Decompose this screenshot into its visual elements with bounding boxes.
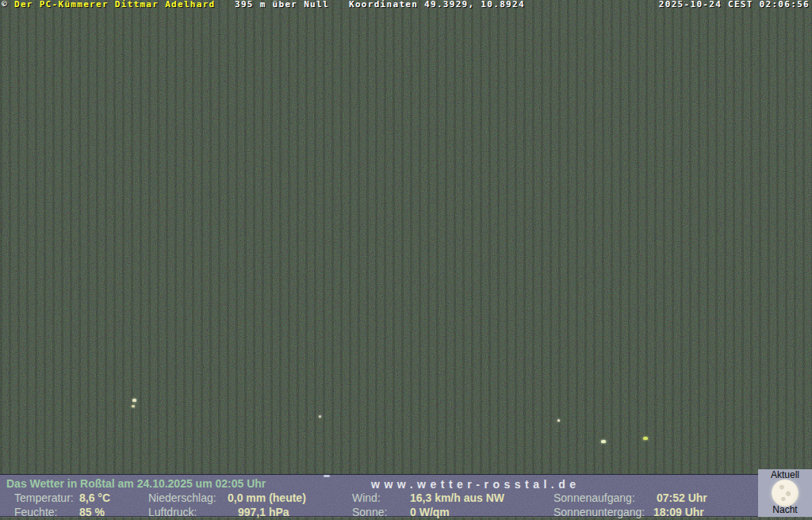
temperature-label: Temperatur: [14,491,74,504]
wind-label: Wind: [352,491,381,504]
humidity-value: 85 % [79,506,105,518]
light-dot [643,437,648,440]
copyright-symbol: © [2,0,8,10]
sunset-label: Sonnenuntergang: [553,506,645,518]
current-conditions-badge: Aktuell Nacht [758,469,812,517]
website-url-text: www.wetter-rosstal.de [371,478,580,491]
night-webcam-image [0,0,812,520]
sun-radiation-label: Sonne: [352,506,387,518]
light-dot [132,399,136,402]
vertical-banding-artifact [0,0,812,520]
humidity-label: Feuchte: [14,506,57,518]
badge-mode-text: Nacht [772,505,797,515]
sun-radiation-value: 0 W/qm [410,506,450,518]
sunrise-label: Sonnenaufgang: [553,491,635,504]
sunset-value: 18:09 Uhr [653,506,704,518]
sunrise-value: 07:52 Uhr [657,491,707,504]
overlay-title: Das Wetter in Roßtal am 24.10.2025 um 02… [6,477,266,490]
pressure-value: 997,1 hPa [238,506,289,518]
light-dot [557,419,560,422]
weather-data-overlay: Das Wetter in Roßtal am 24.10.2025 um 02… [0,474,812,517]
top-status-bar: © Der PC-Kümmerer Dittmar Adelhard 395 m… [0,0,812,10]
station-owner-text: Der PC-Kümmerer Dittmar Adelhard [14,0,216,10]
altitude-text: 395 m über Null [235,0,329,10]
timestamp-text: 2025-10-24 CEST 02:06:56 [659,0,810,10]
light-dot [319,415,321,418]
coordinates-text: Koordinaten 49.3929, 10.8924 [349,0,525,10]
precipitation-value: 0,0 mm (heute) [228,491,306,504]
wind-value: 16,3 km/h aus NW [410,491,504,504]
temperature-value: 8,6 °C [79,491,110,504]
pressure-label: Luftdruck: [148,506,197,518]
bright-speck [324,475,330,477]
light-dot [132,405,135,407]
light-dot [601,440,606,443]
webcam-page: © Der PC-Kümmerer Dittmar Adelhard 395 m… [0,0,812,520]
full-moon-icon [772,480,799,507]
precipitation-label: Niederschlag: [148,491,216,504]
